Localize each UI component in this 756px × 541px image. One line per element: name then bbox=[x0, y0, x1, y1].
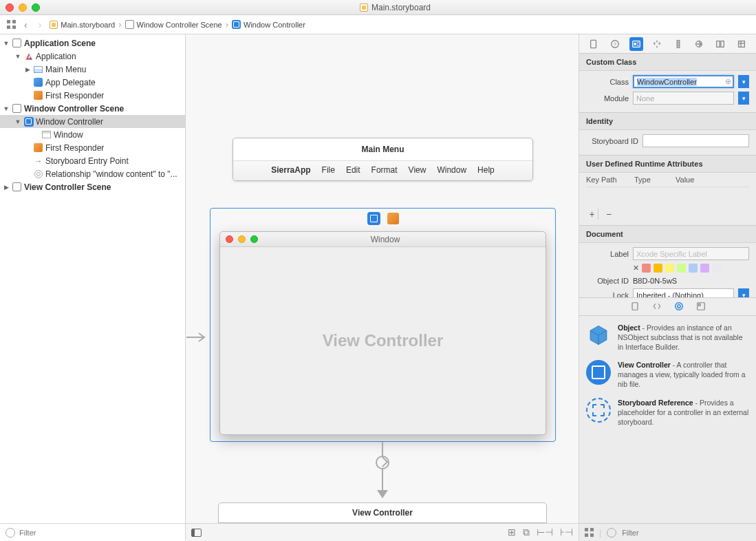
tree-row-first-responder-2[interactable]: First Responder bbox=[0, 141, 185, 154]
breadcrumb-scene[interactable]: Window Controller Scene bbox=[137, 21, 222, 29]
related-items-icon[interactable] bbox=[7, 20, 16, 29]
clear-icon[interactable]: ⊕ bbox=[725, 77, 731, 86]
lock-dropdown[interactable]: ▾ bbox=[738, 288, 749, 297]
window-controller-icon[interactable] bbox=[367, 212, 380, 225]
tree-row-entry-point[interactable]: →Storyboard Entry Point bbox=[0, 154, 185, 167]
tree-row-first-responder[interactable]: First Responder bbox=[0, 89, 185, 102]
inspector-tabs: ? bbox=[579, 34, 756, 54]
minimize-icon bbox=[238, 235, 246, 243]
tree-label: Relationship "window content" to "... bbox=[45, 169, 177, 179]
grid-view-icon[interactable] bbox=[585, 528, 594, 537]
minimize-icon[interactable] bbox=[19, 3, 27, 12]
code-snippet-tab[interactable] bbox=[651, 300, 663, 312]
section-header: Custom Class bbox=[579, 54, 756, 71]
tree-row-wc-scene[interactable]: ▼Window Controller Scene bbox=[0, 102, 185, 115]
svg-rect-18 bbox=[632, 303, 638, 310]
file-template-tab[interactable] bbox=[629, 300, 641, 312]
filter-icon[interactable] bbox=[6, 528, 15, 538]
scene-dock[interactable] bbox=[210, 209, 555, 228]
tree-label: Window Controller Scene bbox=[24, 104, 124, 114]
segue-handle-icon[interactable] bbox=[376, 456, 389, 469]
identity-inspector-tab[interactable] bbox=[629, 37, 643, 51]
library-item-object[interactable]: Object - Provides an instance of an NSOb… bbox=[579, 319, 756, 357]
clear-color-icon[interactable]: ✕ bbox=[633, 264, 639, 273]
entry-point-arrow[interactable] bbox=[186, 330, 210, 344]
layout-icon[interactable]: ⊞ bbox=[508, 527, 516, 538]
tree-row-application[interactable]: ▼Application bbox=[0, 50, 185, 63]
object-library-tab[interactable] bbox=[673, 300, 685, 312]
toggle-outline-icon[interactable] bbox=[191, 529, 202, 537]
tree-row-relationship[interactable]: Relationship "window content" to "... bbox=[0, 167, 185, 180]
udra-table[interactable] bbox=[586, 187, 749, 206]
library-list[interactable]: Object - Provides an instance of an NSOb… bbox=[579, 316, 756, 524]
connections-inspector-tab[interactable] bbox=[692, 37, 706, 51]
outline-filter-input[interactable] bbox=[19, 529, 180, 537]
back-button[interactable]: ‹ bbox=[21, 19, 30, 30]
breadcrumb-item[interactable]: Window Controller bbox=[244, 21, 305, 29]
tree-row-window[interactable]: Window bbox=[0, 128, 185, 141]
menu-item[interactable]: Format bbox=[371, 165, 398, 175]
module-dropdown[interactable]: ▾ bbox=[738, 92, 749, 105]
view-controller-scene[interactable]: View Controller bbox=[218, 502, 547, 523]
section-header: Identity bbox=[579, 113, 756, 130]
svg-rect-22 bbox=[698, 304, 700, 306]
chevron-icon: › bbox=[226, 19, 228, 30]
label-colors[interactable]: ✕ bbox=[633, 264, 749, 273]
close-icon[interactable] bbox=[6, 3, 14, 12]
module-field[interactable]: None bbox=[633, 92, 734, 105]
menu-item[interactable]: Edit bbox=[346, 165, 360, 175]
color-swatch[interactable] bbox=[689, 264, 698, 273]
scene-icon bbox=[125, 20, 134, 29]
bindings-inspector-tab[interactable] bbox=[713, 37, 727, 51]
breadcrumb-file[interactable]: Main.storyboard bbox=[61, 21, 115, 29]
menu-item[interactable]: File bbox=[322, 165, 335, 175]
attributes-inspector-tab[interactable] bbox=[650, 37, 664, 51]
window[interactable]: Window View Controller bbox=[219, 231, 546, 435]
media-library-tab[interactable] bbox=[695, 300, 707, 312]
tree-row-window-controller[interactable]: ▼Window Controller bbox=[0, 115, 185, 128]
menu-item[interactable]: SierraApp bbox=[271, 165, 310, 175]
menu-item[interactable]: View bbox=[409, 165, 426, 175]
color-swatch[interactable] bbox=[712, 264, 721, 273]
color-swatch[interactable] bbox=[665, 264, 674, 273]
class-dropdown[interactable]: ▾ bbox=[738, 75, 749, 88]
svg-point-19 bbox=[675, 303, 682, 310]
lock-field[interactable]: Inherited - (Nothing) bbox=[633, 288, 734, 297]
file-inspector-tab[interactable] bbox=[587, 37, 601, 51]
effects-inspector-tab[interactable] bbox=[735, 37, 748, 51]
menu-bar[interactable]: SierraApp File Edit Format View Window H… bbox=[233, 160, 532, 180]
embed-icon[interactable]: ⧉ bbox=[523, 527, 530, 538]
zoom-icon[interactable] bbox=[32, 3, 40, 12]
menu-item[interactable]: Help bbox=[477, 165, 495, 175]
main-menu-scene[interactable]: Main Menu SierraApp File Edit Format Vie… bbox=[233, 138, 533, 181]
outline-tree[interactable]: ▼Application Scene ▼Application ▶Main Me… bbox=[0, 34, 185, 523]
storyboard-id-field[interactable] bbox=[642, 134, 749, 147]
pin-icon[interactable]: ⊦⊣ bbox=[560, 527, 573, 538]
doc-label-field[interactable]: Xcode Specific Label bbox=[633, 247, 749, 260]
remove-button[interactable]: − bbox=[603, 209, 615, 220]
library-filter-input[interactable] bbox=[622, 529, 750, 537]
menu-item[interactable]: Window bbox=[437, 165, 466, 175]
add-button[interactable]: + bbox=[586, 209, 598, 220]
color-swatch[interactable] bbox=[642, 264, 651, 273]
class-field[interactable]: WindowController⊕ bbox=[633, 75, 734, 88]
svg-rect-1 bbox=[591, 40, 596, 47]
color-swatch[interactable] bbox=[700, 264, 709, 273]
color-swatch[interactable] bbox=[654, 264, 662, 273]
tree-row-main-menu[interactable]: ▶Main Menu bbox=[0, 63, 185, 76]
first-responder-icon[interactable] bbox=[387, 213, 399, 224]
storyboard-reference-icon bbox=[586, 398, 611, 423]
library-item-view-controller[interactable]: View Controller - A controller that mana… bbox=[579, 356, 756, 394]
library-item-storyboard-ref[interactable]: Storyboard Reference - Provides a placeh… bbox=[579, 394, 756, 432]
forward-button[interactable]: › bbox=[36, 19, 45, 30]
storyboard-canvas[interactable]: Main Menu SierraApp File Edit Format Vie… bbox=[186, 34, 579, 541]
help-inspector-tab[interactable]: ? bbox=[608, 37, 622, 51]
align-icon[interactable]: ⊢⊣ bbox=[537, 527, 553, 538]
breadcrumb[interactable]: Main.storyboard › Window Controller Scen… bbox=[50, 19, 305, 30]
color-swatch[interactable] bbox=[677, 264, 686, 273]
filter-icon[interactable] bbox=[607, 528, 616, 538]
size-inspector-tab[interactable] bbox=[671, 37, 685, 51]
tree-row-app-scene[interactable]: ▼Application Scene bbox=[0, 36, 185, 50]
tree-row-vc-scene[interactable]: ▶View Controller Scene bbox=[0, 180, 185, 193]
tree-row-app-delegate[interactable]: App Delegate bbox=[0, 76, 185, 89]
